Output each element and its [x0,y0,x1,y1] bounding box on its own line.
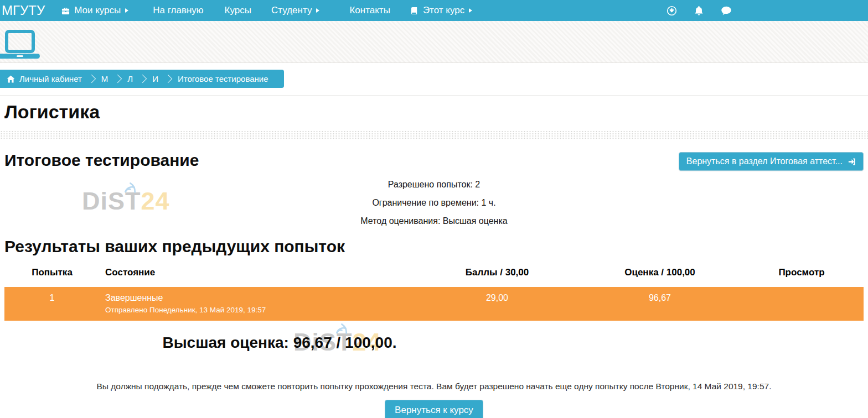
menu-item-label: Этот курс [423,5,464,16]
breadcrumb-item-dashboard[interactable]: Личный кабинет [7,74,82,83]
results-heading: Результаты ваших предыдущих попыток [4,237,868,256]
chevron-separator-icon [138,75,147,83]
back-to-section-button[interactable]: Вернуться в раздел Итоговая аттест... [679,152,864,171]
top-navbar: МГУТУ Мои курсы На главную Курсы Студент… [0,0,868,21]
chevron-right-icon [125,8,128,13]
attempts-table: Попытка Состояние Баллы / 30,00 Оценка /… [4,264,864,321]
col-header-review: Просмотр [740,264,864,287]
table-row-attempt-1: 1 Завершенные Отправлено Понедельник, 13… [4,287,864,321]
menu-item-label: Студенту [271,5,312,16]
menu-item-contacts[interactable]: Контакты [349,5,390,16]
main-menu: Мои курсы На главную Курсы Студенту Конт… [45,5,472,16]
back-to-course-button[interactable]: Вернуться к курсу [385,400,483,418]
breadcrumb-item-current: Итоговое тестирование [178,74,268,83]
attempt-state-cell: Завершенные Отправлено Понедельник, 13 М… [100,287,414,321]
chat-icon[interactable] [721,6,732,15]
wait-message: Вы должны подождать, прежде чем сможете … [0,382,868,391]
breadcrumb-item[interactable]: М [101,74,108,83]
breadcrumb-item[interactable]: Л [127,74,133,83]
attempt-number-cell: 1 [4,287,100,321]
nav-right-icons [666,6,732,16]
menu-item-label: Курсы [225,5,251,16]
review-cell [740,287,864,321]
marks-cell: 29,00 [414,287,580,321]
course-title: Логистика [4,101,868,123]
header-banner [0,21,868,63]
home-icon [7,75,15,83]
menu-item-label: На главную [153,5,203,16]
grading-method-text: Метод оценивания: Высшая оценка [0,216,868,226]
chevron-separator-icon [87,75,96,83]
quiz-title: Итоговое тестирование [4,151,199,170]
menu-item-my-courses[interactable]: Мои курсы [61,5,128,16]
col-header-state: Состояние [100,264,414,287]
laptop-logo-icon [0,30,44,60]
chevron-right-icon [469,8,472,13]
col-header-attempt: Попытка [4,264,100,287]
col-header-marks: Баллы / 30,00 [414,264,580,287]
dotted-divider [0,130,868,140]
table-header-row: Попытка Состояние Баллы / 30,00 Оценка /… [4,264,864,287]
menu-item-home[interactable]: На главную [153,5,203,16]
col-header-grade: Оценка / 100,00 [580,264,740,287]
menu-item-label: Контакты [349,5,390,16]
bell-icon[interactable] [694,6,704,16]
menu-item-courses[interactable]: Курсы [225,5,251,16]
divider-line [0,95,868,96]
sign-in-arrow-icon [848,158,856,166]
final-grade-text: Высшая оценка: 96,67 / 100,00. [0,334,559,352]
download-circle-icon[interactable] [666,6,677,16]
menu-item-this-course[interactable]: Этот курс [410,5,472,16]
menu-item-label: Мои курсы [74,5,121,16]
submitted-text: Отправлено Понедельник, 13 Май 2019, 19:… [105,306,409,314]
attempts-allowed-text: Разрешено попыток: 2 [0,180,868,190]
grade-cell: 96,67 [580,287,740,321]
book-icon [410,7,418,15]
breadcrumb-item[interactable]: И [152,74,158,83]
time-limit-text: Ограничение по времени: 1 ч. [0,198,868,208]
chevron-right-icon [316,8,319,13]
briefcase-icon [61,7,70,15]
brand-logo-link[interactable]: МГУТУ [2,3,45,18]
chevron-separator-icon [113,75,122,83]
state-text: Завершенные [105,293,409,303]
quiz-info-block: DiST24 Разрешено попыток: 2 Ограничение … [0,180,868,226]
menu-item-student[interactable]: Студенту [271,5,319,16]
chevron-separator-icon [164,75,173,83]
breadcrumb: Личный кабинет М Л И Итоговое тестирован… [0,70,284,88]
